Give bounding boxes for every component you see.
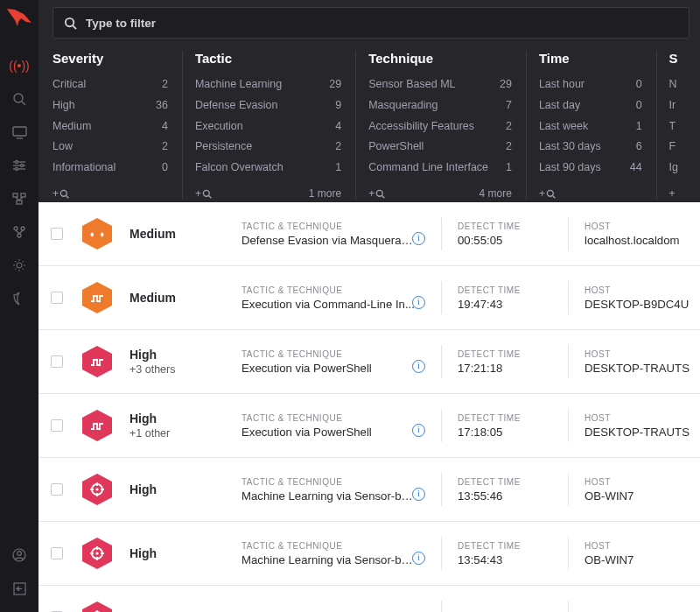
svg-point-37 bbox=[377, 190, 383, 196]
col-divider bbox=[568, 345, 569, 378]
col-divider bbox=[441, 409, 442, 442]
row-checkbox[interactable] bbox=[51, 292, 63, 304]
nav-monitor-icon[interactable] bbox=[0, 116, 38, 149]
detection-row[interactable]: High TACTIC & TECHNIQUE Machine Learning… bbox=[38, 458, 700, 522]
facet-row: Severity Critical2 High36 Medium4 Low2 I… bbox=[38, 47, 700, 208]
facet-item[interactable]: Command Line Interface1 bbox=[368, 158, 512, 179]
svg-point-18 bbox=[17, 263, 22, 268]
detect-time-block: DETECT TIME 13:54:43 bbox=[458, 541, 552, 566]
facet-more[interactable]: 1 more bbox=[309, 187, 341, 200]
detect-label: DETECT TIME bbox=[458, 477, 552, 487]
row-checkbox[interactable] bbox=[51, 547, 63, 559]
row-checkbox[interactable] bbox=[51, 355, 63, 368]
info-icon[interactable]: i bbox=[412, 232, 425, 245]
facet-add-search[interactable]: + bbox=[195, 187, 212, 200]
nav-shield-icon[interactable] bbox=[0, 282, 38, 315]
col-divider bbox=[441, 345, 442, 378]
severity-hex-icon bbox=[80, 473, 114, 506]
detect-time-block: DETECT TIME 17:18:05 bbox=[458, 413, 552, 439]
tactic-value: Defense Evasion via Masqueradi... bbox=[242, 234, 415, 247]
nav-sliders-icon[interactable] bbox=[0, 149, 38, 182]
facet-item[interactable]: F bbox=[669, 137, 700, 158]
nav-sun-icon[interactable] bbox=[0, 249, 38, 282]
row-checkbox[interactable] bbox=[51, 419, 63, 432]
facet-add-search[interactable]: + bbox=[539, 187, 556, 200]
severity-hex-icon bbox=[80, 537, 114, 570]
col-divider bbox=[441, 217, 442, 250]
info-icon[interactable]: i bbox=[412, 296, 425, 309]
host-block: HOST OB-WIN7 bbox=[584, 541, 634, 566]
nav-branch-icon[interactable] bbox=[0, 215, 38, 249]
row-checkbox[interactable] bbox=[51, 483, 63, 496]
facet-item[interactable]: N bbox=[669, 74, 700, 95]
info-icon[interactable]: i bbox=[412, 424, 425, 437]
detection-row[interactable]: Medium TACTIC & TECHNIQUE Execution via … bbox=[38, 266, 700, 330]
host-value: DESKTOP-TRAUTS bbox=[584, 426, 690, 439]
host-label: HOST bbox=[584, 413, 690, 423]
svg-line-25 bbox=[15, 269, 17, 271]
svg-line-32 bbox=[73, 25, 76, 29]
severity-hex-icon bbox=[80, 217, 114, 250]
host-block: HOST DESKTOP-B9DC4U bbox=[584, 285, 689, 311]
facet-item[interactable]: Accessibility Features2 bbox=[368, 116, 512, 137]
facet-item[interactable]: Persistence2 bbox=[195, 137, 341, 158]
col-divider bbox=[441, 281, 442, 314]
svg-point-8 bbox=[21, 165, 24, 167]
facet-item[interactable]: Sensor Based ML29 bbox=[368, 74, 512, 95]
facet-add-search[interactable]: + bbox=[669, 187, 676, 200]
facet-add-search[interactable]: + bbox=[368, 187, 385, 200]
facet-item[interactable]: Last 90 days44 bbox=[539, 158, 642, 179]
facet-item[interactable]: Falcon Overwatch1 bbox=[195, 158, 341, 179]
facet-item[interactable]: Defense Evasion9 bbox=[195, 95, 341, 116]
detection-row[interactable]: High TACTIC & TECHNIQUE i DETECT TIME HO… bbox=[38, 586, 700, 612]
facet-item[interactable]: Critical2 bbox=[52, 74, 168, 95]
facet-item[interactable]: Low2 bbox=[52, 137, 168, 158]
facet-item[interactable]: T bbox=[669, 116, 700, 137]
facet-item[interactable]: Ig bbox=[669, 158, 700, 179]
nav-exit-icon[interactable] bbox=[0, 572, 38, 605]
facet-item[interactable]: Informational0 bbox=[52, 158, 168, 179]
filter-input[interactable] bbox=[86, 17, 678, 30]
facet-add-search[interactable]: + bbox=[52, 187, 69, 200]
col-divider bbox=[568, 601, 569, 612]
facet-extra: S N Ir T F Ig + bbox=[669, 51, 700, 200]
svg-line-24 bbox=[23, 269, 24, 271]
facet-item[interactable]: Last hour0 bbox=[539, 74, 642, 95]
facet-item[interactable]: Ir bbox=[669, 95, 700, 116]
row-checkbox[interactable] bbox=[51, 228, 63, 240]
facet-item[interactable]: Last week1 bbox=[539, 116, 642, 137]
detection-row[interactable]: Medium TACTIC & TECHNIQUE Defense Evasio… bbox=[38, 202, 700, 266]
nav-user-icon[interactable] bbox=[0, 538, 38, 572]
nav-search-icon[interactable] bbox=[0, 82, 38, 116]
detection-row[interactable]: High +1 other TACTIC & TECHNIQUE Executi… bbox=[38, 394, 700, 458]
nav-activity-icon[interactable]: ((•)) bbox=[0, 49, 38, 82]
svg-point-39 bbox=[547, 190, 553, 196]
detection-row[interactable]: High TACTIC & TECHNIQUE Machine Learning… bbox=[38, 522, 700, 586]
facet-more[interactable]: 4 more bbox=[480, 187, 512, 200]
tactic-value: Execution via PowerShell bbox=[242, 362, 415, 375]
tactic-label: TACTIC & TECHNIQUE bbox=[242, 541, 415, 551]
severity-label: High bbox=[130, 412, 242, 426]
tactic-block: TACTIC & TECHNIQUE Execution via PowerSh… bbox=[242, 413, 425, 439]
filter-search[interactable] bbox=[52, 7, 690, 39]
facet-item[interactable]: Last day0 bbox=[539, 95, 642, 116]
detection-row[interactable]: High +3 others TACTIC & TECHNIQUE Execut… bbox=[38, 330, 700, 394]
info-icon[interactable]: i bbox=[412, 360, 425, 373]
facet-item[interactable]: Masquerading7 bbox=[368, 95, 512, 116]
nav-topology-icon[interactable] bbox=[0, 182, 38, 215]
col-divider bbox=[568, 281, 569, 314]
svg-rect-12 bbox=[17, 200, 22, 204]
severity-label: High bbox=[130, 482, 242, 496]
info-icon[interactable]: i bbox=[412, 488, 425, 501]
severity-block: Medium bbox=[130, 227, 242, 241]
facet-item[interactable]: Last 30 days6 bbox=[539, 137, 642, 158]
facet-item[interactable]: High36 bbox=[52, 95, 168, 116]
filter-panel: Severity Critical2 High36 Medium4 Low2 I… bbox=[38, 0, 700, 208]
facet-item[interactable]: Machine Learning29 bbox=[195, 74, 341, 95]
facet-item[interactable]: Medium4 bbox=[52, 116, 168, 137]
facet-item[interactable]: PowerShell2 bbox=[368, 137, 512, 158]
svg-point-9 bbox=[16, 168, 18, 171]
facet-item[interactable]: Execution4 bbox=[195, 116, 341, 137]
tactic-label: TACTIC & TECHNIQUE bbox=[242, 285, 415, 295]
info-icon[interactable]: i bbox=[412, 552, 425, 565]
